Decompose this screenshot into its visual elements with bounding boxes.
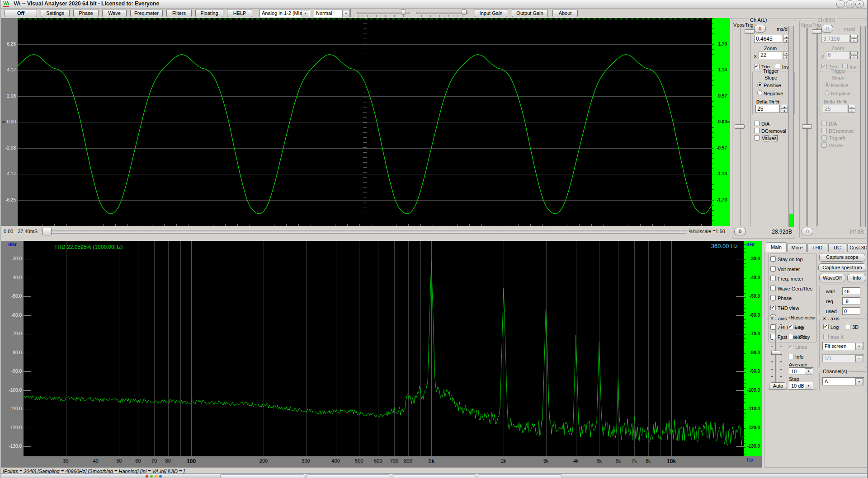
tab-more[interactable]: More — [788, 243, 807, 252]
wave-gen-rec-checkbox[interactable] — [770, 286, 776, 291]
tab-cust-3d[interactable]: Cust.3D — [847, 243, 868, 252]
trig-slider-thumb[interactable] — [745, 29, 755, 34]
info-button[interactable]: Info — [847, 274, 866, 282]
thd-view-checkbox[interactable] — [770, 305, 776, 310]
trig-slider-thumb[interactable] — [812, 29, 822, 34]
zoom-field[interactable]: 22 — [759, 51, 782, 59]
dcremoval-checkbox[interactable] — [754, 128, 760, 133]
req.-field[interactable]: -9 — [842, 297, 860, 305]
bottom-zero-button[interactable]: 0 — [802, 228, 813, 235]
trig-slider-track[interactable] — [816, 28, 818, 226]
slider-input-volume[interactable] — [356, 9, 410, 17]
channel-select-arrow-icon[interactable]: ▼ — [855, 378, 863, 385]
close-button[interactable]: × — [855, 0, 864, 8]
vpos-slider-thumb[interactable] — [735, 124, 745, 129]
stay-on-top-checkbox[interactable] — [770, 256, 776, 262]
vpos-zero-button[interactable]: 0 — [821, 25, 833, 33]
zoom-spinner-up-icon[interactable]: ▲ — [850, 51, 858, 55]
start-orb-fragment[interactable] — [159, 475, 162, 478]
delta-spinner-down-icon[interactable]: ▼ — [781, 109, 788, 113]
trig-checkbox[interactable] — [754, 64, 760, 69]
slider-output-volume[interactable] — [415, 9, 468, 17]
average-select[interactable]: 10▼ — [789, 367, 813, 375]
y-scale-slider-thumb[interactable] — [771, 351, 780, 355]
toolbar-button-help[interactable]: HELP — [227, 9, 252, 17]
waveoff-button[interactable]: WaveOff — [819, 274, 845, 282]
msd-spinner-up-icon[interactable]: ▲ — [850, 35, 858, 39]
average-select-arrow-icon[interactable]: ▼ — [805, 368, 812, 375]
toolbar-button-freq-meter[interactable]: Freq.meter — [130, 9, 163, 17]
fit-screen-select-arrow-icon[interactable]: ▼ — [855, 343, 863, 350]
start-orb-fragment[interactable] — [150, 475, 153, 478]
values-checkbox[interactable] — [821, 142, 827, 148]
minimize-button[interactable]: − — [836, 0, 845, 8]
used-field[interactable]: 0 — [842, 307, 860, 315]
toolbar-button-floating[interactable]: Floating — [195, 9, 223, 17]
capture-spectrum-button[interactable]: Capture spectrum — [818, 263, 866, 272]
trig-slider-track[interactable] — [749, 28, 750, 226]
y-scale-slider-track[interactable] — [775, 323, 777, 386]
mode-select-arrow-icon[interactable]: ▼ — [342, 10, 350, 17]
delta-threshold-field[interactable]: 25 — [823, 105, 847, 113]
input-device-select-arrow-icon[interactable]: ▼ — [302, 10, 309, 17]
d-a-checkbox[interactable] — [754, 121, 760, 126]
slider-input-volume-thumb[interactable] — [401, 9, 406, 15]
log-checkbox[interactable] — [788, 324, 793, 329]
toolbar-button-input-gain[interactable]: Input Gain — [475, 9, 507, 17]
delta-spinner-down-icon[interactable]: ▼ — [848, 109, 855, 113]
vpos-slider-thumb[interactable] — [802, 124, 812, 129]
x-3d-checkbox[interactable] — [845, 324, 850, 329]
input-device-select[interactable]: Analog in 1-2 (Mia)▼ — [259, 9, 310, 17]
vpos-zero-button[interactable]: 0 — [754, 25, 766, 33]
step-select[interactable]: 10 dB▼ — [789, 382, 813, 389]
slope-radio-positive[interactable] — [825, 82, 830, 87]
tab-uc[interactable]: UC — [828, 243, 846, 252]
toolbar-button-filters[interactable]: Filters — [166, 9, 192, 17]
taskbar-button-top[interactable] — [392, 474, 476, 478]
start-orb-fragment[interactable] — [155, 475, 157, 478]
x-log-checkbox[interactable] — [823, 324, 829, 329]
ratio-select-arrow-icon[interactable]: ▼ — [855, 355, 863, 362]
tab-thd[interactable]: THD — [807, 243, 827, 252]
tab-main[interactable]: Main — [766, 242, 787, 252]
msd-field[interactable]: 3.7158 — [821, 35, 849, 43]
msd-spinner[interactable]: ▲▼ — [850, 35, 858, 43]
toolbar-button-wave[interactable]: Wave — [102, 9, 127, 17]
step-select-arrow-icon[interactable]: ▼ — [805, 383, 812, 389]
delta-spinner-up-icon[interactable]: ▲ — [848, 105, 855, 109]
auto-button[interactable]: Auto — [769, 382, 787, 390]
slope-radio-positive[interactable] — [757, 82, 762, 87]
volt-meter-checkbox[interactable] — [770, 266, 776, 272]
delta-spinner[interactable]: ▲▼ — [781, 105, 788, 113]
info-checkbox[interactable] — [788, 354, 793, 359]
restore-button[interactable]: □ — [846, 0, 854, 8]
slider-output-volume-thumb[interactable] — [462, 9, 467, 15]
taskbar-button-top[interactable] — [478, 474, 562, 478]
toolbar-button-phase[interactable]: Phase — [73, 9, 99, 17]
zoom-spinner[interactable]: ▲▼ — [850, 51, 858, 59]
start-orb-fragment[interactable] — [146, 475, 148, 478]
lines-checkbox[interactable] — [788, 344, 793, 349]
fit-screen-select[interactable]: Fit screen▼ — [822, 342, 864, 350]
d-a-checkbox[interactable] — [821, 121, 827, 126]
ratio-select[interactable]: 1/1▼ — [822, 354, 864, 362]
toolbar-button-off[interactable]: Off — [5, 9, 37, 17]
channel-select[interactable]: A▼ — [822, 377, 864, 385]
mode-select[interactable]: Normal▼ — [314, 9, 351, 17]
zoom-field[interactable]: 6 — [826, 51, 849, 59]
freq-meter-checkbox[interactable] — [770, 276, 776, 281]
bottom-zero-button[interactable]: 0 — [734, 228, 746, 235]
windows-taskbar[interactable] — [1, 473, 868, 478]
msd-spinner-down-icon[interactable]: ▼ — [850, 39, 858, 43]
wait-field[interactable]: 46 — [842, 287, 860, 295]
values-checkbox[interactable] — [754, 135, 760, 141]
trig-checkbox[interactable] — [821, 64, 827, 69]
delta-spinner-up-icon[interactable]: ▲ — [781, 105, 788, 109]
taskbar-button-top[interactable] — [306, 474, 390, 478]
delta-spinner[interactable]: ▲▼ — [848, 105, 855, 113]
phase-checkbox[interactable] — [770, 295, 776, 300]
capture-scope-button[interactable]: Capture scope — [819, 253, 865, 262]
taskbar-button-top[interactable] — [220, 474, 304, 478]
hold-checkbox[interactable] — [788, 334, 793, 339]
toolbar-button-output-gain[interactable]: Output Gain — [512, 9, 548, 17]
